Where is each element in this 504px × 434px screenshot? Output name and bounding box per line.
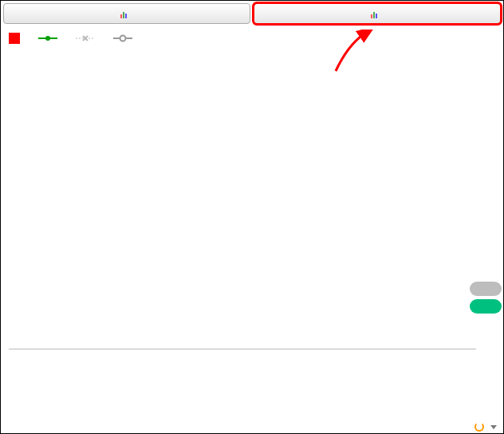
yaxis-top (478, 89, 502, 176)
tab-akb-to[interactable] (254, 3, 501, 24)
svg-point-10 (120, 36, 126, 41)
legend-val2017 (76, 34, 99, 42)
svg-rect-0 (120, 14, 122, 18)
ring-marker-icon (113, 34, 132, 42)
footer-cycle[interactable] (474, 422, 497, 432)
svg-rect-5 (376, 14, 377, 18)
refresh-icon (474, 422, 484, 432)
rel-button[interactable] (470, 282, 502, 296)
bars-icon (120, 10, 128, 18)
svg-rect-3 (371, 14, 372, 18)
svg-rect-4 (373, 12, 375, 18)
legend (1, 30, 503, 45)
legend-val2018 (38, 34, 61, 42)
tab-akb[interactable] (3, 3, 250, 24)
svg-rect-1 (123, 12, 124, 18)
tab-bar (1, 1, 503, 26)
abs-button[interactable] (470, 299, 502, 314)
line-marker-icon (38, 34, 57, 42)
chart-top (9, 68, 476, 156)
legend-kb (113, 34, 136, 42)
xaxis (9, 349, 476, 387)
legend-diff (9, 33, 24, 44)
chart-bottom (9, 187, 476, 347)
square-icon (9, 33, 20, 44)
bars-icon (371, 10, 379, 18)
cross-marker-icon (76, 34, 95, 42)
svg-rect-2 (125, 14, 127, 18)
svg-point-7 (45, 36, 50, 41)
chevron-down-icon (490, 425, 497, 429)
